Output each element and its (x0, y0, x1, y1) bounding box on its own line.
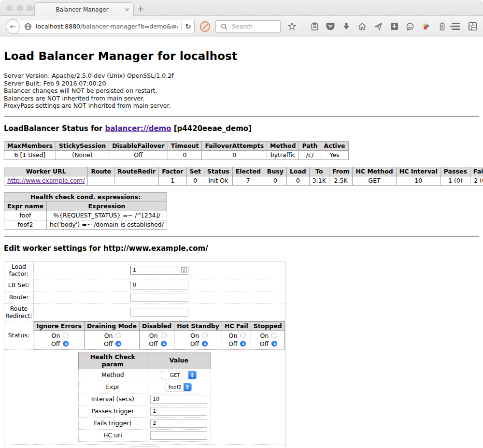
disabled-off-radio[interactable] (161, 341, 167, 347)
window-controls[interactable] (7, 5, 33, 11)
url-text[interactable]: localhost:8880/balancer-manager?b=demo&w… (36, 23, 178, 30)
colored-dots-icon[interactable] (421, 22, 431, 31)
expr-row: foof2 hc('body') =~ /domain is establish… (4, 220, 167, 229)
table-header-row: Worker URL Route RouteRedir Factor Set S… (4, 167, 483, 176)
tab-balancer-manager[interactable]: Balancer Manager × (34, 2, 134, 16)
table-header-row: MaxMembers StickySession DisableFailover… (4, 141, 349, 150)
hot-standby-on-radio[interactable] (202, 332, 208, 338)
navigation-toolbar: ← localhost:8880/balancer-manager?b=demo… (0, 16, 483, 37)
toolbar-divider (303, 22, 303, 31)
url-bar[interactable]: localhost:8880/balancer-manager?b=demo&w… (12, 20, 195, 33)
expr-select[interactable]: foof2 (166, 383, 192, 391)
url-path: /balancer-manager?b=demo&w=http://www.ex… (80, 23, 178, 30)
expr-row: foof %{REQUEST_STATUS} =~ /^[234]/ (4, 211, 167, 220)
lb-set-input[interactable] (130, 281, 188, 289)
search-placeholder: Search (232, 23, 253, 30)
clipboard-icon[interactable] (310, 22, 319, 31)
route-redirect-label: Route Redirect: (4, 303, 34, 321)
battery-icon[interactable] (437, 22, 447, 31)
divider (4, 116, 479, 117)
col-ignore-errors: Ignore Errors (34, 321, 84, 330)
square-download-icon[interactable] (389, 22, 399, 31)
col-expr-name: Expr name (4, 202, 47, 211)
zoom-window-icon[interactable] (27, 5, 33, 11)
download-icon[interactable] (341, 22, 351, 31)
col-active: Active (321, 141, 348, 150)
reload-icon[interactable]: ↻ (185, 22, 191, 31)
search-input[interactable]: Search (215, 20, 281, 33)
submit-button[interactable]: Submit (129, 447, 160, 448)
hot-standby-radios: On Off (174, 330, 222, 349)
worker-url-link[interactable]: http://www.example.com/ (7, 177, 85, 184)
disabled-on-radio[interactable] (161, 332, 167, 338)
col-draining-mode: Draining Mode (84, 321, 139, 330)
col-hc-fail: HC Fail (222, 321, 251, 330)
ignore-errors-off-radio[interactable] (63, 341, 69, 347)
interval-input[interactable] (150, 395, 207, 404)
menu-icon[interactable] (452, 23, 460, 30)
tab-close-icon[interactable]: × (121, 6, 133, 13)
fails-label: Fails trigger) (78, 417, 147, 429)
proxypass-note: ProxyPass settings are NOT inherited fro… (4, 102, 479, 110)
passes-input[interactable] (150, 407, 207, 416)
hc-uri-label: HC uri (78, 429, 147, 441)
chat-smiley-icon[interactable] (405, 22, 415, 31)
send-plane-icon[interactable] (373, 22, 383, 31)
route-input[interactable] (130, 293, 188, 302)
status-label: Status: (4, 321, 34, 349)
persist-note: Balancer changes will NOT be persisted o… (4, 87, 479, 95)
stopped-off-radio[interactable] (271, 341, 277, 347)
method-select[interactable]: GET (161, 371, 197, 379)
ignore-errors-radios: On Off (34, 330, 84, 349)
back-button[interactable]: ← (6, 19, 20, 34)
draining-mode-radios: On Off (84, 330, 139, 349)
interval-label: Interval (secs) (78, 393, 147, 405)
hc-fail-on-radio[interactable] (240, 332, 246, 338)
globe-icon (23, 22, 33, 31)
balancer-demo-link[interactable]: balancer://demo (105, 124, 171, 133)
route-redirect-input[interactable] (130, 308, 188, 317)
hc-uri-input[interactable] (150, 431, 207, 440)
bookmark-star-icon[interactable] (287, 22, 297, 31)
close-window-icon[interactable] (7, 5, 13, 11)
health-check-param-table: Health Check param Value Method GET (78, 352, 211, 442)
load-factor-label: Load factor: (4, 261, 34, 279)
minimize-window-icon[interactable] (17, 5, 23, 11)
number-spinner-icon[interactable]: ▴▾ (181, 267, 187, 273)
ignore-errors-on-radio[interactable] (63, 332, 69, 338)
balancer-heading-prefix: LoadBalancer Status for (4, 124, 105, 133)
col-expression: Expression (46, 202, 167, 211)
home-icon[interactable] (357, 22, 367, 31)
passes-label: Passes trigger (78, 405, 147, 417)
expr-table-title: Health check cond. expressions: (4, 192, 167, 202)
edit-worker-heading: Edit worker settings for http://www.exam… (4, 244, 479, 253)
url-divider (181, 22, 182, 31)
col-path: Path (299, 141, 321, 150)
server-info: Server Version: Apache/2.5.0-dev (Unix) … (4, 72, 479, 110)
col-stickysession: StickySession (56, 141, 109, 150)
health-expr-table: Health check cond. expressions: Expr nam… (4, 192, 167, 230)
edit-worker-form: Load factor: ▴▾ LB Set: Route: Route Red… (4, 261, 285, 448)
fails-input[interactable] (150, 419, 207, 428)
hot-standby-off-radio[interactable] (202, 341, 208, 347)
server-version: Server Version: Apache/2.5.0-dev (Unix) … (4, 72, 479, 80)
new-tab-button[interactable]: + (137, 4, 144, 14)
worker-row: http://www.example.com/ 1 0 Init Ok 7 0 … (4, 176, 483, 185)
draining-mode-off-radio[interactable] (115, 341, 121, 347)
balancer-heading-suffix: [p4420eeae_demo] (171, 124, 252, 133)
browser-window: Balancer Manager × + ← localhost:8880/ba… (0, 0, 483, 448)
inherit-note: Balancers are NOT inherited from main se… (4, 95, 479, 102)
tab-groups-icon[interactable] (468, 22, 477, 31)
tab-title: Balancer Manager (35, 6, 121, 13)
lb-set-label: LB Set: (4, 279, 34, 291)
draining-mode-on-radio[interactable] (115, 332, 121, 338)
adblock-disabled-icon[interactable] (200, 21, 210, 32)
pocket-icon[interactable] (326, 22, 335, 31)
col-hc-value: Value (147, 352, 211, 369)
stopped-on-radio[interactable] (271, 332, 277, 338)
balancer-status-table: MaxMembers StickySession DisableFailover… (4, 141, 349, 160)
load-factor-input[interactable]: ▴▾ (130, 266, 188, 275)
status-table: Ignore Errors Draining Mode Disabled Hot… (34, 321, 285, 349)
col-method: Method (267, 141, 299, 150)
hc-fail-off-radio[interactable] (240, 341, 246, 347)
